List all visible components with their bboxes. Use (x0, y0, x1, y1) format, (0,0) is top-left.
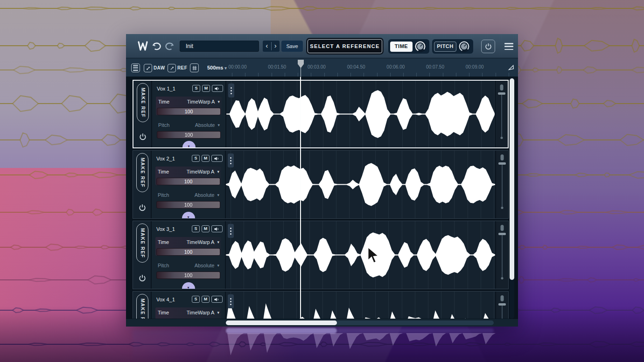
time-mode-dropdown[interactable]: TimeWarp A (177, 99, 217, 104)
grid-icon[interactable] (190, 63, 199, 72)
waveform-area[interactable] (226, 221, 495, 289)
gain-track (502, 306, 503, 319)
track-name: Vox 2_1 (156, 156, 175, 161)
time-value-slider[interactable]: 100 (156, 248, 220, 256)
expand-button[interactable]: ▾ (182, 141, 196, 147)
pitch-label: Pitch (156, 192, 177, 198)
track-header: Vox 2_1 S M Time TimeWarp A (152, 151, 226, 218)
track-gain-column (495, 221, 508, 289)
waveform (226, 221, 495, 289)
ref-label: REF (177, 65, 187, 70)
ref-sync-icon[interactable] (168, 64, 176, 72)
gain-track (501, 95, 502, 137)
listen-button[interactable] (211, 225, 223, 232)
chevron-down-icon: ▾ (217, 193, 220, 197)
chevron-down-icon: ▾ (217, 240, 220, 244)
chevron-down-icon: ▾ (188, 144, 189, 148)
track-power-icon[interactable] (139, 132, 147, 141)
flag-marker-icon[interactable] (508, 64, 515, 71)
mute-button[interactable]: M (202, 296, 210, 303)
track-header: Vox 4_1 S M Time TimeWarp A (152, 292, 226, 319)
clip-drag-handle-icon[interactable] (228, 294, 234, 308)
listen-button[interactable] (211, 155, 223, 162)
pitch-mode-dropdown[interactable]: Absolute (177, 122, 217, 128)
waveform-area[interactable] (226, 81, 495, 147)
solo-button[interactable]: S (192, 155, 200, 162)
grid-size-dropdown[interactable]: 500ms ▾ (207, 65, 227, 70)
expand-button[interactable]: ▾ (182, 212, 195, 218)
ruler-time-label: 00:06.00 (386, 64, 405, 70)
expand-button[interactable]: ▾ (182, 282, 195, 289)
solo-button[interactable]: S (192, 225, 200, 232)
time-param-block: Time TimeWarp A ▾ 100 (155, 237, 221, 256)
vertical-scrollbar-thumb[interactable] (510, 78, 514, 280)
pitch-value-slider[interactable]: 100 (156, 272, 220, 279)
pitch-toggle-button[interactable]: PITCH (434, 42, 456, 52)
gain-grip[interactable] (501, 295, 504, 301)
playhead-line[interactable] (300, 77, 301, 319)
time-mode-dropdown[interactable]: TimeWarp A (177, 310, 217, 315)
chevron-down-icon: ▾ (187, 285, 189, 289)
mute-button[interactable]: M (202, 225, 210, 232)
ruler-time-label: 00:09.00 (466, 64, 484, 70)
time-process-group: TIME (388, 39, 429, 54)
listen-button[interactable] (212, 85, 223, 92)
time-value-slider[interactable]: 100 (157, 108, 221, 115)
undo-icon[interactable] (152, 42, 162, 51)
pitch-label: Pitch (157, 122, 177, 128)
horizontal-scrollbar-thumb[interactable] (226, 320, 337, 325)
listen-button[interactable] (211, 296, 223, 303)
solo-button[interactable]: S (192, 296, 200, 303)
make-ref-button[interactable]: MAKE REF (136, 294, 148, 319)
playhead-marker[interactable] (298, 60, 304, 68)
speaker-icon (214, 156, 220, 161)
master-power-button[interactable] (481, 40, 495, 53)
gain-grip[interactable] (501, 225, 504, 231)
time-knob[interactable] (414, 40, 427, 53)
pitch-mode-dropdown[interactable]: Absolute (177, 192, 217, 198)
waveform-area[interactable] (226, 292, 495, 319)
pitch-knob[interactable] (458, 40, 470, 53)
menu-icon[interactable] (504, 43, 513, 50)
mute-button[interactable]: M (202, 85, 210, 92)
clip-drag-handle-icon[interactable] (228, 153, 234, 167)
solo-button[interactable]: S (192, 85, 200, 92)
clip-drag-handle-icon[interactable] (228, 84, 234, 97)
track-row: MAKE REF Vox 1_1 S M (133, 80, 509, 148)
ruler-time-label: 00:01.50 (268, 64, 286, 70)
timeline-ruler[interactable]: 00:00.0000:01.5000:03.0000:04.5000:06.00… (227, 58, 512, 77)
mute-button[interactable]: M (202, 155, 210, 162)
time-mode-dropdown[interactable]: TimeWarp A (177, 169, 217, 174)
save-button[interactable]: Save (281, 41, 303, 52)
gain-track (502, 235, 503, 277)
select-reference-button[interactable]: SELECT A REFERENCE (308, 39, 382, 53)
ruler-time-label: 00:04.50 (347, 64, 365, 70)
redo-icon[interactable] (164, 42, 175, 51)
clip-drag-handle-icon[interactable] (228, 224, 234, 238)
plugin-window: ‹ › Save SELECT A REFERENCE TIME PITCH (126, 34, 518, 327)
track-list-icon[interactable] (131, 63, 140, 72)
preset-name-input[interactable] (180, 41, 259, 52)
waveform-area[interactable] (226, 151, 495, 218)
make-ref-button[interactable]: MAKE REF (136, 153, 148, 192)
gain-grip[interactable] (500, 84, 504, 90)
prev-preset-button[interactable]: ‹ (263, 41, 271, 52)
next-preset-button[interactable]: › (272, 41, 280, 52)
make-ref-button[interactable]: MAKE REF (136, 223, 148, 263)
pitch-mode-dropdown[interactable]: Absolute (177, 263, 217, 268)
make-ref-button[interactable]: MAKE REF (137, 83, 149, 122)
track-power-icon[interactable] (138, 274, 147, 282)
pitch-value-slider[interactable]: 100 (157, 131, 221, 139)
gain-grip[interactable] (501, 154, 504, 160)
gain-dot (501, 137, 503, 139)
pitch-value-slider[interactable]: 100 (156, 201, 220, 209)
time-value-slider[interactable]: 100 (156, 178, 220, 185)
time-mode-dropdown[interactable]: TimeWarp A (177, 239, 217, 245)
daw-sync-icon[interactable] (144, 64, 152, 72)
mouse-cursor (367, 246, 383, 265)
chevron-down-icon: ▾ (217, 263, 220, 268)
horizontal-scrollbar-track[interactable] (226, 320, 494, 325)
time-toggle-button[interactable]: TIME (390, 42, 413, 52)
track-name: Vox 1_1 (157, 86, 175, 91)
track-power-icon[interactable] (138, 203, 147, 212)
